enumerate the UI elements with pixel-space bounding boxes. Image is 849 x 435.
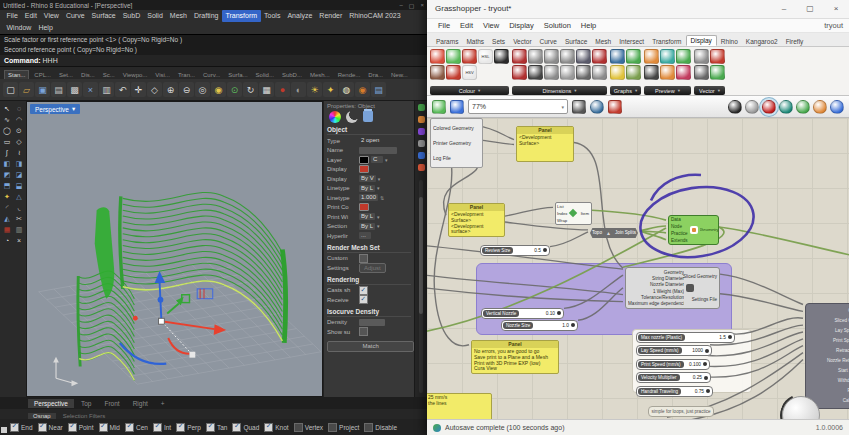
rhino-menu-item[interactable]: RhinoCAM 2023 bbox=[346, 10, 404, 22]
checkbox[interactable] bbox=[264, 423, 273, 432]
arc-dimension-icon[interactable] bbox=[528, 49, 543, 64]
chamfer-icon[interactable]: ◟ bbox=[13, 202, 25, 213]
blue-ball-icon[interactable] bbox=[830, 100, 844, 114]
property-row[interactable]: Display By V ▾ bbox=[327, 174, 411, 184]
viewport-tab-right[interactable]: Right bbox=[127, 399, 154, 408]
undo-icon[interactable]: ↶ bbox=[115, 82, 130, 97]
corner-dimension-icon[interactable] bbox=[544, 49, 559, 64]
eye-icon[interactable] bbox=[590, 100, 604, 114]
close-button[interactable]: × bbox=[420, 2, 424, 9]
hsl-icon[interactable]: HSL bbox=[478, 49, 493, 64]
save-icon[interactable]: ▣ bbox=[35, 82, 50, 97]
gumball-widget[interactable] bbox=[120, 271, 226, 364]
source-output-row[interactable]: Printer Geometry bbox=[433, 140, 480, 146]
osnap-toggle[interactable]: Quad bbox=[232, 423, 259, 432]
new-file-icon[interactable]: ▢ bbox=[3, 82, 18, 97]
property-row[interactable]: Print Co bbox=[327, 203, 411, 213]
slider-knob[interactable] bbox=[706, 389, 710, 393]
text-tag-icon[interactable] bbox=[512, 49, 527, 64]
toolbar-tab[interactable]: Set... bbox=[56, 71, 76, 79]
property-value[interactable]: By V bbox=[359, 175, 376, 182]
properties-scrollbar[interactable] bbox=[419, 180, 423, 393]
grasshopper-menu-item[interactable]: Solution bbox=[539, 21, 576, 30]
point-cloud-icon[interactable] bbox=[710, 65, 725, 80]
selected-component[interactable]: DataNodePracticeExtends Geometry bbox=[668, 215, 719, 245]
boolean-icon[interactable]: ◭ bbox=[1, 213, 13, 224]
osnap-toggle[interactable]: Near bbox=[38, 423, 63, 432]
rhino-menu-item[interactable]: Curve bbox=[62, 10, 88, 22]
grasshopper-menu-item[interactable]: Help bbox=[576, 21, 601, 30]
chevron-down-icon[interactable]: ▾ bbox=[72, 105, 75, 113]
viewport-tab-perspective[interactable]: Perspective bbox=[28, 399, 74, 408]
grasshopper-menu-item[interactable]: View bbox=[478, 21, 504, 30]
zoom-selected-icon[interactable]: ⊙ bbox=[227, 82, 242, 97]
properties-object-icon[interactable] bbox=[329, 111, 341, 123]
rhino-menu-item[interactable]: Surface bbox=[88, 10, 119, 22]
green-gem-icon[interactable] bbox=[796, 100, 810, 114]
osnap-toggle[interactable]: Mid bbox=[99, 423, 120, 432]
ribbon-group-label[interactable]: Colour▾ bbox=[430, 86, 509, 95]
list-item-component[interactable]: ListIndexWrap Item bbox=[555, 202, 592, 225]
match-button[interactable]: Match bbox=[327, 341, 414, 352]
number-slider[interactable]: Print Speed (mm/s) 0.100 bbox=[636, 359, 710, 370]
osnap-toggle[interactable]: End bbox=[10, 423, 33, 432]
property-row[interactable]: Type 2 open bbox=[327, 136, 411, 146]
property-value[interactable]: 2 open bbox=[359, 137, 381, 144]
slider-review-size[interactable]: Review Size 0.5 bbox=[480, 245, 550, 256]
property-row[interactable]: Print Wi By L ▾ bbox=[327, 212, 411, 222]
circle-icon[interactable]: ◯ bbox=[1, 125, 13, 136]
osnap-toggle[interactable]: Point bbox=[68, 423, 94, 432]
component-tab[interactable]: Maths bbox=[462, 37, 488, 46]
teal-box-icon[interactable] bbox=[660, 49, 675, 64]
colour-pie-icon[interactable] bbox=[462, 49, 477, 64]
rhino-menu-item[interactable]: File bbox=[3, 10, 21, 22]
component-tab[interactable]: Rhino bbox=[717, 37, 742, 46]
slider-knob[interactable] bbox=[703, 362, 707, 366]
number-slider[interactable]: Lay Speed (mm/s) 1000 bbox=[636, 345, 712, 356]
gradient-image-icon[interactable] bbox=[494, 49, 509, 64]
chevron-down-icon[interactable]: ▾ bbox=[378, 176, 381, 182]
marker-icon[interactable] bbox=[512, 65, 527, 80]
toolbar-tab[interactable]: Viewpo... bbox=[120, 71, 151, 79]
gradient-bar-icon[interactable] bbox=[610, 65, 625, 80]
document-name[interactable]: tryout bbox=[824, 21, 843, 30]
component-tab[interactable]: Firefly bbox=[782, 37, 808, 46]
delete-icon[interactable]: × bbox=[13, 235, 25, 246]
sketch-pen-icon[interactable] bbox=[608, 100, 622, 114]
grasshopper-menu-item[interactable]: Display bbox=[504, 21, 539, 30]
toolbar-tab[interactable]: Dra... bbox=[365, 71, 386, 79]
panel-title[interactable]: Panel bbox=[449, 204, 504, 211]
color-swatch[interactable] bbox=[359, 203, 369, 211]
maximize-button[interactable]: ▢ bbox=[409, 2, 415, 9]
zoom-extents-icon[interactable] bbox=[572, 100, 586, 114]
grasshopper-menu-item[interactable]: Edit bbox=[455, 21, 478, 30]
cross-dimension-icon[interactable] bbox=[592, 49, 607, 64]
dark-image-icon[interactable] bbox=[644, 65, 659, 80]
brown-swatch-icon[interactable] bbox=[430, 65, 445, 80]
terrain-icon[interactable] bbox=[626, 65, 641, 80]
minimize-button[interactable]: – bbox=[399, 2, 402, 9]
zoom-window-icon[interactable]: ◎ bbox=[195, 82, 210, 97]
curve-icon[interactable]: ∫ bbox=[1, 147, 13, 158]
slider-knob[interactable] bbox=[571, 323, 575, 327]
show-surface-row[interactable]: Show su bbox=[327, 327, 411, 337]
checkbox[interactable] bbox=[206, 423, 215, 432]
minimize-button[interactable]: – bbox=[771, 4, 797, 13]
viewport-tab-top[interactable]: Top bbox=[75, 399, 97, 408]
osnap-toggle[interactable]: Knot bbox=[264, 423, 288, 432]
line-dimension-icon[interactable] bbox=[528, 65, 543, 80]
checkbox[interactable] bbox=[294, 423, 303, 432]
toolbar-tab[interactable]: Solid... bbox=[253, 71, 277, 79]
chevron-down-icon[interactable]: ▾ bbox=[377, 223, 380, 229]
receives-shadows-checkbox[interactable] bbox=[359, 295, 368, 304]
viewport-tab-front[interactable]: Front bbox=[98, 399, 125, 408]
pen-dimension-icon[interactable] bbox=[544, 65, 559, 80]
rhino-menu-item[interactable]: Window bbox=[3, 22, 35, 34]
trash-icon[interactable] bbox=[363, 111, 373, 122]
slider-knob[interactable] bbox=[704, 376, 708, 380]
red-star-icon[interactable] bbox=[710, 49, 725, 64]
property-value[interactable]: By L bbox=[359, 185, 375, 192]
copy-icon[interactable]: ▩ bbox=[67, 82, 82, 97]
viewport-3d-scene[interactable] bbox=[27, 102, 322, 396]
render-view-icon[interactable]: ◐ bbox=[291, 82, 306, 97]
